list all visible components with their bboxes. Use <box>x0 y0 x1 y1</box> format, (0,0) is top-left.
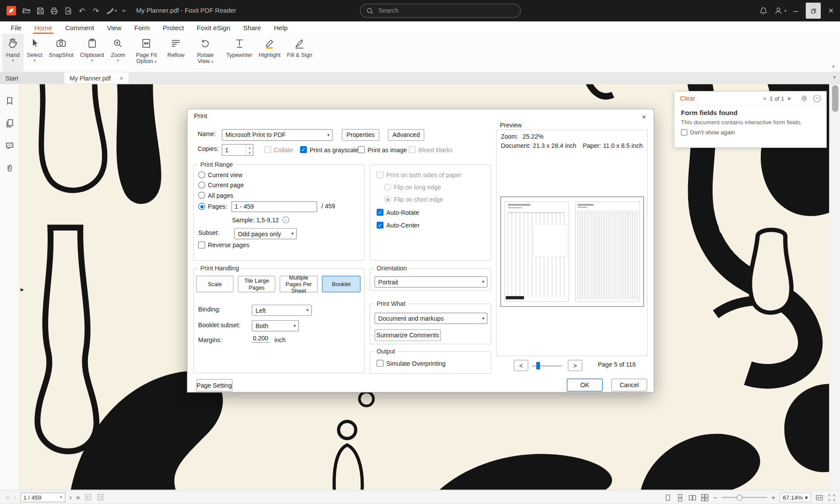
checkbox-box[interactable] <box>198 242 205 248</box>
zoom-out-icon[interactable]: − <box>713 494 717 501</box>
scrollbar-thumb[interactable] <box>832 85 839 112</box>
rotate-view-dropdown-icon[interactable]: ▾ <box>211 60 213 64</box>
ok-button[interactable]: OK <box>567 378 603 391</box>
checkbox-box[interactable]: ✓ <box>300 146 307 153</box>
clipboard-dropdown-icon[interactable]: ▾ <box>91 58 93 63</box>
binding-select[interactable]: Left ▾ <box>252 304 312 316</box>
minimize-button[interactable]: ─ <box>787 0 804 21</box>
first-page-icon[interactable]: « <box>5 493 9 501</box>
tool-fill-sign[interactable]: Fill & Sign <box>284 34 316 72</box>
tab-close-icon[interactable]: × <box>119 74 123 82</box>
tool-select[interactable]: Select ▾ <box>24 34 46 72</box>
menu-form[interactable]: Form <box>128 21 156 34</box>
facing-view-icon[interactable] <box>689 494 696 501</box>
mode-booklet-button[interactable]: Booklet <box>322 276 361 292</box>
menu-protect[interactable]: Protect <box>156 21 190 34</box>
auto-center-checkbox[interactable]: ✓ Auto-Center <box>376 222 419 229</box>
print-what-select[interactable]: Document and markups ▾ <box>375 313 488 324</box>
next-view-icon[interactable] <box>96 493 104 501</box>
zoom-in-icon[interactable]: + <box>771 494 775 501</box>
tool-highlight[interactable]: Highlight <box>256 34 284 72</box>
menu-file[interactable]: File <box>4 21 28 34</box>
expand-panel-icon[interactable]: ▶ <box>19 283 25 295</box>
radio-dot[interactable] <box>198 172 205 178</box>
cancel-button[interactable]: Cancel <box>611 378 647 391</box>
checkbox-box[interactable]: ✓ <box>376 222 383 229</box>
page-setting-button[interactable]: Page Setting <box>196 379 232 392</box>
copies-value[interactable]: 1 <box>222 144 246 155</box>
fullscreen-icon[interactable] <box>828 494 836 501</box>
spin-up-icon[interactable]: ▴ <box>246 144 253 150</box>
dialog-close-icon[interactable]: × <box>639 112 649 122</box>
undo-icon[interactable]: ↶ <box>75 4 89 18</box>
tool-zoom[interactable]: Zoom ▾ <box>107 34 129 72</box>
menu-home[interactable]: Home <box>28 21 59 34</box>
page-fit-dropdown-icon[interactable]: ▾ <box>155 60 156 64</box>
continuous-view-icon[interactable] <box>676 494 684 501</box>
checkbox-box[interactable] <box>376 360 383 367</box>
radio-dot[interactable] <box>198 203 205 210</box>
print-as-grayscale-checkbox[interactable]: ✓ Print as grayscale <box>300 146 358 153</box>
printer-select[interactable]: Microsoft Print to PDF ▾ <box>222 129 333 141</box>
radio-dot[interactable] <box>198 192 205 199</box>
tool-snapshot[interactable]: SnapShot <box>46 34 77 72</box>
slider-thumb[interactable] <box>536 362 540 369</box>
zoom-level-field[interactable]: 67.14% ▾ <box>780 493 811 502</box>
current-view-radio[interactable]: Current view <box>198 172 243 178</box>
tool-page-fit-option[interactable]: Page Fit Option ▾ <box>129 34 164 72</box>
mode-tile-large-pages-button[interactable]: Tile Large Pages <box>238 276 275 292</box>
menu-view[interactable]: View <box>101 21 128 34</box>
redo-icon[interactable]: ↷ <box>89 4 103 18</box>
account-dropdown-icon[interactable]: ▾ <box>784 8 787 13</box>
all-pages-radio[interactable]: All pages <box>198 192 233 199</box>
clear-link[interactable]: Clear <box>680 94 695 102</box>
vertical-scrollbar[interactable] <box>829 84 840 490</box>
restore-button[interactable] <box>806 3 821 19</box>
zoom-slider[interactable] <box>721 493 767 502</box>
properties-button[interactable]: Properties <box>342 129 380 141</box>
pages-panel-icon[interactable] <box>4 117 15 129</box>
notification-prev-icon[interactable]: ◀ <box>761 96 767 101</box>
simulate-overprinting-checkbox[interactable]: Simulate Overprinting <box>376 360 445 367</box>
notifications-bell-icon[interactable] <box>756 4 770 18</box>
subset-select[interactable]: Odd pages only ▾ <box>234 228 297 239</box>
export-icon[interactable] <box>61 4 75 18</box>
page-number-field[interactable]: 1 / 459 ▾ <box>20 492 65 502</box>
auto-rotate-checkbox[interactable]: ✓ Auto-Rotate <box>376 209 419 216</box>
attachments-panel-icon[interactable] <box>4 162 15 174</box>
search-box[interactable] <box>360 4 520 18</box>
checkbox-box[interactable]: ✓ <box>376 209 383 216</box>
previous-page-icon[interactable]: ‹ <box>14 493 16 501</box>
tab-start[interactable]: Start <box>0 72 64 84</box>
comments-panel-icon[interactable] <box>4 140 15 151</box>
advanced-button[interactable]: Advanced <box>388 129 424 141</box>
pages-range-input[interactable]: 1 - 459 <box>232 201 317 212</box>
hand-dropdown-icon[interactable]: ▾ <box>12 58 14 63</box>
facing-continuous-view-icon[interactable] <box>701 494 709 501</box>
preview-next-page-button[interactable]: > <box>568 360 582 371</box>
dont-show-again-checkbox[interactable]: Don't show again <box>681 129 820 136</box>
preview-prev-page-button[interactable]: < <box>514 360 528 371</box>
tool-reflow[interactable]: Reflow <box>164 34 188 72</box>
current-page-radio[interactable]: Current page <box>198 182 244 189</box>
search-input[interactable] <box>378 7 515 14</box>
more-commands-icon[interactable] <box>117 4 131 18</box>
tab-overflow-icon[interactable]: ▾ <box>833 74 836 80</box>
bookmarks-panel-icon[interactable] <box>4 95 15 107</box>
single-page-view-icon[interactable] <box>664 494 671 501</box>
menu-share[interactable]: Share <box>237 21 267 34</box>
copies-stepper[interactable]: 1 ▴▾ <box>222 144 253 156</box>
menu-foxit-esign[interactable]: Foxit eSign <box>190 21 237 34</box>
mode-multiple-pages-button[interactable]: Multiple Pages Per Sheet <box>280 276 318 292</box>
last-page-icon[interactable]: » <box>76 493 80 501</box>
pages-radio[interactable]: Pages: <box>198 203 227 210</box>
info-icon[interactable]: i <box>282 216 289 223</box>
checkbox-box[interactable] <box>358 146 365 153</box>
menu-help[interactable]: Help <box>267 21 294 34</box>
tool-rotate-view[interactable]: Rotate View ▾ <box>188 34 223 72</box>
booklet-subset-select[interactable]: Both ▾ <box>252 320 299 332</box>
previous-view-icon[interactable] <box>84 493 92 501</box>
notification-next-icon[interactable]: ▶ <box>786 96 793 101</box>
margins-input[interactable]: 0.200 <box>252 335 270 343</box>
spin-down-icon[interactable]: ▾ <box>246 150 253 155</box>
